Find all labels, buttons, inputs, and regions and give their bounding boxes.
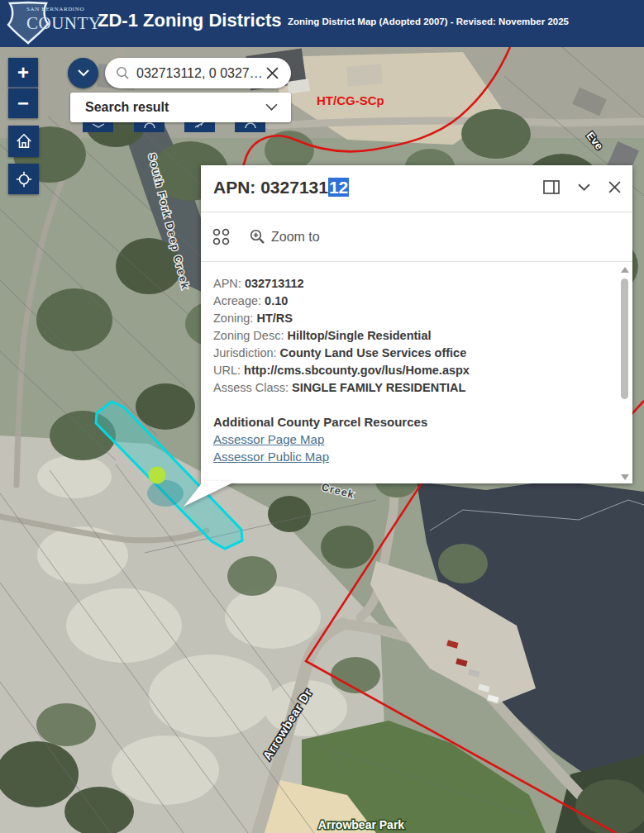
zoning-map-app: HT/CG-SCp South Fork Deep Creek Creek Ev… xyxy=(0,0,644,833)
popup-header: APN: 032713112 xyxy=(201,165,632,212)
search-result-dropdown[interactable]: Search result xyxy=(70,93,291,122)
zoom-in-button[interactable]: + xyxy=(8,58,38,88)
logo-line2: COUNTY xyxy=(26,13,102,34)
chevron-down-icon xyxy=(578,183,590,192)
search-clear-button[interactable] xyxy=(266,67,279,79)
home-extent-button[interactable] xyxy=(8,126,39,157)
field-label: Zoning Desc: xyxy=(213,329,287,342)
popup-title-selection: 12 xyxy=(328,178,349,197)
zoom-out-button[interactable]: − xyxy=(8,88,38,118)
logo-line1: SAN BERNARDINO xyxy=(26,6,102,12)
field-label: Acreage: xyxy=(213,294,265,307)
field-value: County Land Use Services office xyxy=(280,346,467,359)
search-result-label: Search result xyxy=(85,100,169,115)
popup-content: APN: 032713112 Acreage: 0.10 Zoning: HT/… xyxy=(201,262,632,482)
field-zoning-desc: Zoning Desc: Hilltop/Single Residential xyxy=(213,327,604,345)
close-icon xyxy=(608,181,621,193)
grid-dots-icon xyxy=(212,228,230,245)
feature-popup: APN: 032713112 xyxy=(201,165,632,483)
page-title: ZD-1 Zoning Districts xyxy=(98,10,281,31)
chevron-down-icon xyxy=(265,103,278,112)
park-label-arrowbear: Arrowbear Park xyxy=(318,818,404,831)
scroll-up-arrow[interactable] xyxy=(621,267,629,273)
popup-title: APN: 032713112 xyxy=(213,178,349,198)
popup-action-bar: Zoom to xyxy=(201,212,632,262)
popup-pointer xyxy=(169,479,252,512)
field-url: URL: http://cms.sbcounty.gov/lus/Home.as… xyxy=(213,362,604,379)
search-result-marker[interactable] xyxy=(149,467,166,484)
locate-button[interactable] xyxy=(8,164,39,194)
dock-icon xyxy=(543,180,560,194)
zoom-to-label: Zoom to xyxy=(271,230,320,245)
scroll-down-arrow[interactable] xyxy=(621,474,629,480)
field-label: APN: xyxy=(213,277,245,290)
popup-scrollbar[interactable] xyxy=(620,265,630,482)
search-icon xyxy=(116,66,130,80)
field-label: Assess Class: xyxy=(213,381,292,394)
field-jurisdiction: Jurisdiction: County Land Use Services o… xyxy=(213,345,604,362)
plus-icon: + xyxy=(17,61,29,84)
field-label: Jurisdiction: xyxy=(213,346,280,359)
assessor-page-map-link[interactable]: Assessor Page Map xyxy=(213,431,604,448)
page-subtitle: Zoning District Map (Adopted 2007) - Rev… xyxy=(288,17,569,26)
zoom-to-icon xyxy=(250,229,265,245)
field-value: HT/RS xyxy=(256,312,293,325)
field-value: SINGLE FAMILY RESIDENTIAL xyxy=(292,381,465,394)
close-popup-button[interactable] xyxy=(608,181,621,193)
app-header: SAN BERNARDINO COUNTY ZD-1 Zoning Distri… xyxy=(0,0,644,47)
popup-title-text: APN: 0327131 xyxy=(213,178,328,197)
field-value: 0.10 xyxy=(265,294,288,307)
field-label: Zoning: xyxy=(213,312,256,325)
county-logo-text: SAN BERNARDINO COUNTY xyxy=(26,6,102,34)
search-box[interactable]: 032713112, 0 0327… xyxy=(105,58,291,88)
resources-heading: Additional County Parcel Resources xyxy=(213,413,604,431)
zoning-label-ht-cg-scp: HT/CG-SCp xyxy=(317,93,384,107)
field-value: 032713112 xyxy=(245,277,304,290)
field-assess-class: Assess Class: SINGLE FAMILY RESIDENTIAL xyxy=(213,379,604,397)
dock-popup-button[interactable] xyxy=(543,180,560,194)
feature-menu-button[interactable] xyxy=(212,228,230,245)
field-acreage: Acreage: 0.10 xyxy=(213,293,604,310)
close-icon xyxy=(266,67,279,79)
home-icon xyxy=(15,132,33,150)
field-zoning: Zoning: HT/RS xyxy=(213,310,604,327)
minus-icon: − xyxy=(17,92,29,115)
collapse-popup-button[interactable] xyxy=(578,183,590,192)
assessor-public-map-link[interactable]: Assessor Public Map xyxy=(213,448,604,465)
field-value: http://cms.sbcounty.gov/lus/Home.aspx xyxy=(244,364,470,377)
scroll-thumb[interactable] xyxy=(621,278,628,399)
field-label: URL: xyxy=(213,364,244,377)
search-collapse-button[interactable] xyxy=(68,58,98,88)
locate-icon xyxy=(15,170,33,188)
zoom-to-button[interactable]: Zoom to xyxy=(250,229,320,245)
field-value: Hilltop/Single Residential xyxy=(287,329,431,342)
field-apn: APN: 032713112 xyxy=(213,275,604,293)
search-input-value[interactable]: 032713112, 0 0327… xyxy=(136,66,265,81)
chevron-down-icon xyxy=(78,69,89,77)
